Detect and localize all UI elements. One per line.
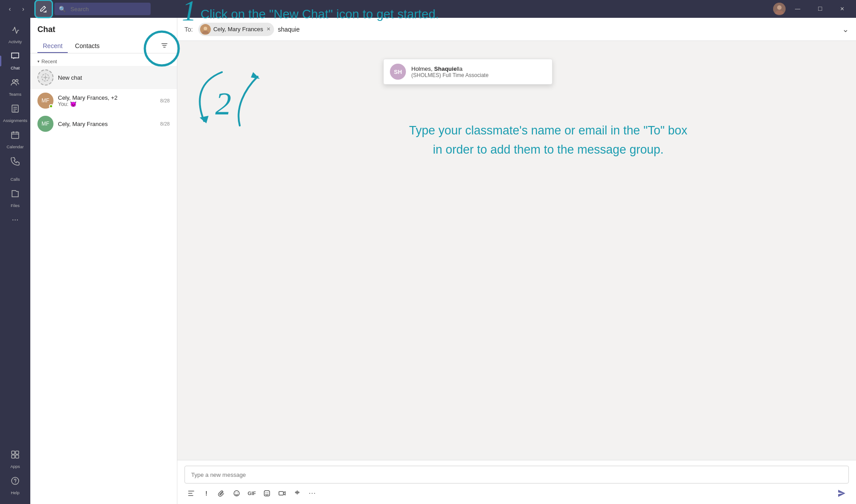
more-options-button[interactable]: ··· [306,487,319,500]
svg-rect-8 [12,455,15,458]
search-icon: 🔍 [59,6,66,12]
svg-point-17 [237,492,238,493]
sidebar-item-apps[interactable]: Apps [0,446,30,472]
suggestion-subtitle: (SHOLMES) Full Time Associate [411,72,488,78]
chat-item-1-time: 8/28 [160,98,170,103]
help-icon [10,476,20,488]
step2-instruction: Type your classmate's name or email in t… [409,121,688,159]
recipient-chip-name: Cely, Mary Frances [213,26,263,33]
main-area: To: Cely, Mary Frances ✕ shaquie ⌄ SH Ho… [177,18,856,504]
svg-point-10 [12,477,19,484]
format-text-button[interactable] [184,487,198,500]
titlebar: ‹ › 🔍 — ☐ ✕ [0,0,856,18]
calls-icon [10,156,20,168]
new-chat-name: New chat [58,74,170,81]
chat-item-2[interactable]: MF Cely, Mary Frances 8/28 [30,112,177,135]
sidebar-item-activity[interactable]: Activity [0,21,30,48]
chat-item-2-info: Cely, Mary Frances [58,121,156,127]
meet-button[interactable] [275,487,289,500]
filter-button[interactable] [159,40,170,53]
suggestion-name: Holmes, Shaquiella [411,65,488,72]
svg-rect-9 [16,455,19,458]
sidebar-item-calls[interactable]: Calendar Calls [0,153,30,185]
sidebar-item-help-label: Help [11,490,20,495]
chat-item-1-info: Cely, Mary Frances, +2 You: 😈 [58,94,156,107]
assignments-icon [10,104,20,116]
nav-back-button[interactable]: ‹ [4,3,16,15]
attach-button[interactable] [215,487,228,500]
svg-point-20 [267,492,268,493]
svg-point-11 [15,483,16,484]
sidebar: Activity Chat Teams Assign [0,18,30,504]
files-icon [10,189,20,201]
message-input[interactable] [184,466,849,484]
chat-item-2-time: 8/28 [160,121,170,126]
recipient-chip-close-button[interactable]: ✕ [266,26,270,32]
sidebar-item-teams[interactable]: Teams [0,74,30,100]
new-chat-item[interactable]: New chat [30,66,177,89]
svg-rect-6 [12,451,15,454]
sidebar-item-calendar-label: Calendar [7,144,24,149]
recipient-chip: Cely, Mary Frances ✕ [198,23,274,36]
activity-icon [10,25,20,37]
arrow-annotation-2 [191,68,244,130]
search-input[interactable] [54,3,151,15]
tab-contacts[interactable]: Contacts [70,40,105,53]
sidebar-item-calendar[interactable]: Calendar [0,126,30,153]
close-button[interactable]: ✕ [832,0,852,18]
maximize-button[interactable]: ☐ [810,0,830,18]
composer-toolbar: ! GIF ··· [184,484,849,500]
calendar-icon [10,130,20,142]
svg-point-16 [235,492,236,493]
svg-point-1 [777,5,782,10]
titlebar-right: — ☐ ✕ [773,0,856,18]
sidebar-item-chat[interactable]: Chat [0,48,30,74]
section-arrow-icon: ▾ [37,59,40,64]
sidebar-bottom: Apps Help [0,446,30,504]
sidebar-item-assignments-label: Assignments [3,118,27,123]
sidebar-item-files-label: Files [11,203,20,208]
chat-tabs: Recent Contacts [37,40,170,53]
suggestion-info: Holmes, Shaquiella (SHOLMES) Full Time A… [411,65,488,78]
audio-button[interactable] [291,487,304,500]
giphy-button[interactable]: GIF [245,487,258,500]
to-label: To: [184,26,193,33]
emoji-button[interactable] [230,487,243,500]
chat-panel-header: Chat Recent Contacts [30,18,177,53]
user-avatar[interactable] [773,3,786,15]
recipient-chip-avatar [200,24,211,35]
send-button[interactable] [835,486,849,500]
sidebar-item-more[interactable]: ··· [0,211,30,229]
nav-forward-button[interactable]: › [17,3,29,15]
chat-item-1[interactable]: MF Cely, Mary Frances, +2 You: 😈 8/28 [30,89,177,112]
svg-rect-7 [16,451,19,454]
svg-point-14 [204,27,207,30]
chat-item-2-avatar: MF [37,116,53,132]
sidebar-item-apps-label: Apps [10,464,20,469]
minimize-button[interactable]: — [787,0,808,18]
online-status-dot [49,104,53,108]
svg-point-19 [266,492,266,493]
sidebar-item-calls-label-vis: Calls [10,177,20,182]
sticker-button[interactable] [260,487,274,500]
importance-button[interactable]: ! [200,487,213,500]
sidebar-item-assignments[interactable]: Assignments [0,100,30,126]
to-search-input[interactable]: shaquie [278,26,839,33]
tab-recent[interactable]: Recent [37,40,68,53]
svg-point-2 [12,80,15,82]
suggestion-dropdown: SH Holmes, Shaquiella (SHOLMES) Full Tim… [383,59,553,85]
svg-point-3 [16,80,18,82]
sidebar-item-activity-label: Activity [8,39,22,44]
search-wrapper: 🔍 [54,3,331,15]
recent-section-header[interactable]: ▾ Recent [30,55,177,66]
new-chat-icon-button[interactable] [36,1,52,17]
svg-rect-21 [279,492,283,495]
sidebar-item-files[interactable]: Files [0,185,30,211]
new-chat-avatar [37,69,53,85]
to-expand-button[interactable]: ⌄ [842,24,849,34]
sidebar-item-teams-label: Teams [9,92,21,97]
sidebar-item-help[interactable]: Help [0,472,30,499]
svg-rect-5 [12,132,19,138]
to-bar: To: Cely, Mary Frances ✕ shaquie ⌄ [177,18,856,41]
suggestion-item-holmes[interactable]: SH Holmes, Shaquiella (SHOLMES) Full Tim… [384,59,552,84]
